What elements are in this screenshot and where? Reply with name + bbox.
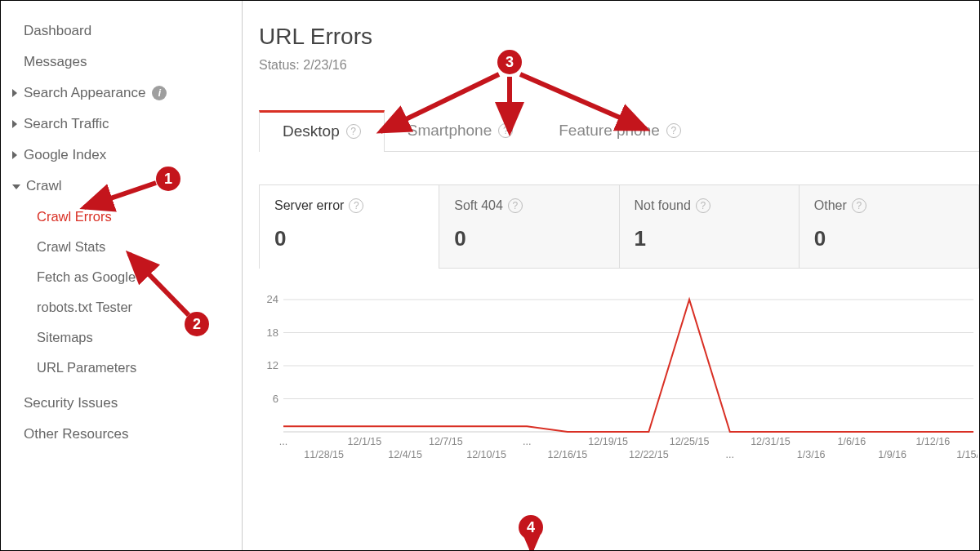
- sidebar-item-search-appearance[interactable]: Search Appearance i: [1, 78, 242, 109]
- svg-text:...: ...: [279, 436, 287, 447]
- svg-text:12/4/15: 12/4/15: [388, 449, 422, 460]
- svg-text:1/15/16: 1/15/16: [956, 449, 978, 460]
- sidebar-item-fetch-as-google[interactable]: Fetch as Google: [1, 262, 242, 292]
- svg-text:1/3/16: 1/3/16: [797, 449, 826, 460]
- sidebar-item-url-parameters[interactable]: URL Parameters: [1, 353, 242, 383]
- sidebar-item-dashboard[interactable]: Dashboard: [1, 16, 242, 47]
- card-label: Not found ?: [635, 198, 784, 213]
- help-icon[interactable]: ?: [346, 124, 361, 139]
- svg-text:12/22/15: 12/22/15: [629, 449, 669, 460]
- card-value: 0: [814, 226, 964, 251]
- svg-text:12/31/15: 12/31/15: [751, 436, 791, 447]
- svg-text:1/6/16: 1/6/16: [837, 436, 866, 447]
- svg-text:...: ...: [523, 436, 531, 447]
- page-title: URL Errors: [259, 24, 979, 50]
- help-icon[interactable]: ?: [696, 198, 710, 213]
- info-icon: i: [152, 86, 167, 100]
- sidebar-item-other-resources[interactable]: Other Resources: [1, 419, 242, 450]
- help-icon[interactable]: ?: [852, 198, 866, 213]
- svg-text:12/7/15: 12/7/15: [429, 436, 463, 447]
- status-date: 2/23/16: [303, 58, 346, 72]
- tab-desktop[interactable]: Desktop ?: [259, 110, 385, 152]
- svg-text:11/28/15: 11/28/15: [304, 449, 344, 460]
- card-label-text: Soft 404: [454, 198, 503, 213]
- sidebar-item-robots-tester[interactable]: robots.txt Tester: [1, 292, 242, 322]
- device-tabs: Desktop ? Smartphone ? Feature phone ?: [259, 110, 979, 152]
- chart-svg: 6121824...11/28/1512/1/1512/4/1512/7/151…: [259, 291, 978, 471]
- svg-text:12/10/15: 12/10/15: [466, 449, 506, 460]
- card-label-text: Not found: [635, 198, 691, 213]
- chevron-down-icon: [12, 184, 20, 189]
- sidebar-item-label: Google Index: [24, 147, 106, 163]
- status-label: Status:: [259, 58, 300, 72]
- svg-text:12/25/15: 12/25/15: [670, 436, 710, 447]
- tab-label: Feature phone: [559, 122, 660, 140]
- svg-text:1/12/16: 1/12/16: [915, 436, 950, 447]
- sidebar-item-security-issues[interactable]: Security Issues: [1, 388, 242, 419]
- card-value: 0: [454, 226, 604, 251]
- help-icon[interactable]: ?: [498, 123, 513, 138]
- tab-label: Smartphone: [408, 122, 492, 140]
- tab-smartphone[interactable]: Smartphone ?: [385, 110, 537, 151]
- chevron-right-icon: [12, 151, 17, 159]
- sidebar-item-label: Crawl: [26, 178, 61, 194]
- sidebar-item-google-index[interactable]: Google Index: [1, 140, 242, 171]
- sidebar-item-crawl-stats[interactable]: Crawl Stats: [1, 232, 242, 262]
- svg-text:6: 6: [273, 393, 278, 405]
- card-server-error[interactable]: Server error ? 0: [259, 184, 439, 269]
- sidebar-item-messages[interactable]: Messages: [1, 47, 242, 78]
- card-label: Soft 404 ?: [454, 198, 604, 213]
- card-other[interactable]: Other ? 0: [800, 184, 979, 269]
- svg-text:18: 18: [267, 327, 278, 339]
- sidebar-item-crawl-errors[interactable]: Crawl Errors: [1, 202, 242, 232]
- error-chart: 6121824...11/28/1512/1/1512/4/1512/7/151…: [259, 291, 979, 471]
- sidebar-item-crawl[interactable]: Crawl: [1, 171, 242, 202]
- tab-label: Desktop: [283, 122, 340, 140]
- sidebar: Dashboard Messages Search Appearance i S…: [1, 1, 242, 550]
- tab-feature-phone[interactable]: Feature phone ?: [536, 110, 704, 151]
- card-label-text: Server error: [274, 198, 344, 213]
- chevron-right-icon: [12, 120, 17, 128]
- svg-text:12/16/15: 12/16/15: [548, 449, 588, 460]
- sidebar-item-label: Search Appearance: [24, 85, 145, 101]
- card-soft-404[interactable]: Soft 404 ? 0: [439, 184, 619, 269]
- card-label: Other ?: [814, 198, 964, 213]
- svg-text:12: 12: [267, 359, 278, 371]
- help-icon[interactable]: ?: [666, 123, 681, 138]
- status-line: Status: 2/23/16: [259, 58, 979, 73]
- svg-text:1/9/16: 1/9/16: [878, 449, 906, 460]
- chevron-right-icon: [12, 89, 17, 97]
- svg-text:12/1/15: 12/1/15: [348, 436, 382, 447]
- card-not-found[interactable]: Not found ? 1: [620, 184, 800, 269]
- card-value: 0: [274, 226, 424, 251]
- card-value: 1: [635, 226, 784, 251]
- card-label: Server error ?: [274, 198, 424, 213]
- sidebar-item-search-traffic[interactable]: Search Traffic: [1, 109, 242, 140]
- card-label-text: Other: [814, 198, 847, 213]
- error-cards: Server error ? 0 Soft 404 ? 0 Not found …: [259, 184, 979, 269]
- svg-text:12/19/15: 12/19/15: [588, 436, 628, 447]
- sidebar-item-label: Search Traffic: [24, 116, 109, 132]
- help-icon[interactable]: ?: [508, 198, 523, 213]
- sidebar-item-sitemaps[interactable]: Sitemaps: [1, 322, 242, 353]
- help-icon[interactable]: ?: [349, 198, 363, 213]
- svg-text:...: ...: [726, 449, 734, 460]
- main-content: URL Errors Status: 2/23/16 Desktop ? Sma…: [243, 1, 979, 550]
- svg-text:24: 24: [267, 293, 278, 305]
